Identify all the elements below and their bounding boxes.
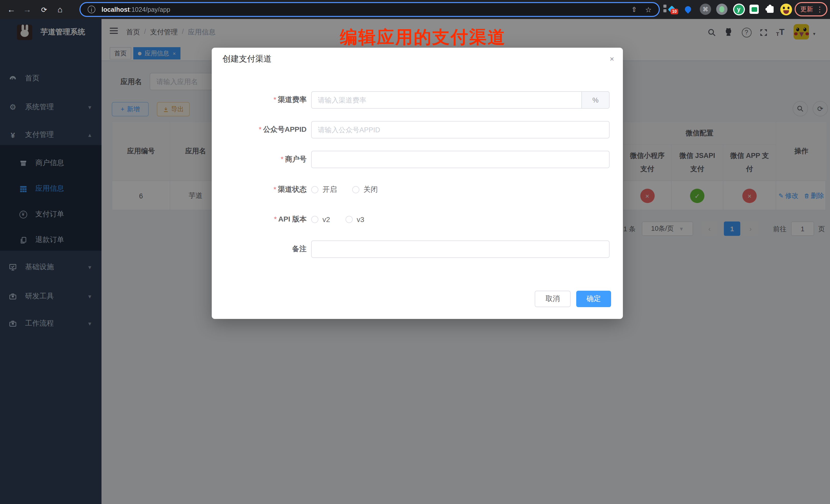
radio-circle: [311, 186, 318, 193]
browser-reload-icon[interactable]: ⟳: [37, 0, 51, 19]
extension-badge: 10: [671, 9, 678, 14]
extension-icon-1[interactable]: 10: [665, 3, 678, 15]
create-pay-channel-dialog: 创建支付渠道 × *渠道费率 % *公众号APPID *商户号 *渠道状态: [212, 48, 623, 319]
browser-forward-icon[interactable]: →: [20, 0, 34, 19]
bookmark-star-icon[interactable]: ☆: [645, 5, 651, 13]
rate-input[interactable]: [311, 91, 581, 109]
radio-circle: [311, 216, 318, 223]
radio-circle: [346, 216, 353, 223]
channel-status-label: *渠道状态: [212, 185, 311, 194]
screen: ← → ⟳ ⌂ i localhost:1024/pay/app ⇧ ☆ 10 …: [0, 0, 830, 504]
browser-home-icon[interactable]: ⌂: [53, 0, 67, 19]
url-host: localhost: [101, 6, 130, 13]
dialog-title: 创建支付渠道: [223, 54, 272, 65]
remark-label: 备注: [212, 245, 311, 254]
share-icon[interactable]: ⇧: [631, 6, 637, 13]
update-label: 更新: [800, 5, 813, 13]
browser-update-button[interactable]: 更新 ⋮: [795, 2, 827, 17]
extension-icon-2[interactable]: [682, 3, 694, 15]
browser-chrome: ← → ⟳ ⌂ i localhost:1024/pay/app ⇧ ☆ 10 …: [0, 0, 830, 19]
cancel-button[interactable]: 取消: [535, 291, 571, 307]
status-off-radio[interactable]: 关闭: [352, 185, 378, 194]
url-path: :1024/pay/app: [130, 6, 170, 13]
status-on-radio[interactable]: 开启: [311, 185, 337, 194]
merchant-id-label: *商户号: [212, 155, 311, 164]
dialog-close-icon[interactable]: ×: [610, 54, 614, 63]
percent-suffix: %: [581, 91, 610, 109]
extension-icon-4[interactable]: [716, 3, 728, 15]
appid-label: *公众号APPID: [212, 125, 311, 134]
extension-icon-3[interactable]: ⌘: [699, 3, 711, 15]
api-v3-radio[interactable]: v3: [346, 215, 364, 224]
rate-label: *渠道费率: [212, 95, 311, 104]
extension-icon-5[interactable]: y: [733, 3, 745, 15]
radio-circle: [352, 186, 359, 193]
site-info-icon[interactable]: i: [88, 6, 95, 13]
remark-input[interactable]: [311, 241, 610, 258]
profile-avatar-icon[interactable]: [780, 3, 792, 15]
confirm-button[interactable]: 确定: [576, 291, 611, 307]
browser-back-icon[interactable]: ←: [4, 0, 19, 19]
browser-menu-icon[interactable]: ⋮: [816, 5, 823, 13]
address-bar[interactable]: i localhost:1024/pay/app ⇧ ☆: [79, 2, 660, 17]
extension-puzzle-icon[interactable]: [764, 3, 776, 15]
api-version-label: *API 版本: [212, 215, 311, 224]
annotation-text: 编辑应用的支付渠道: [287, 26, 559, 49]
api-v2-radio[interactable]: v2: [311, 215, 330, 224]
merchant-id-input[interactable]: [311, 151, 610, 168]
appid-input[interactable]: [311, 121, 610, 138]
extension-icon-6[interactable]: [748, 3, 760, 15]
